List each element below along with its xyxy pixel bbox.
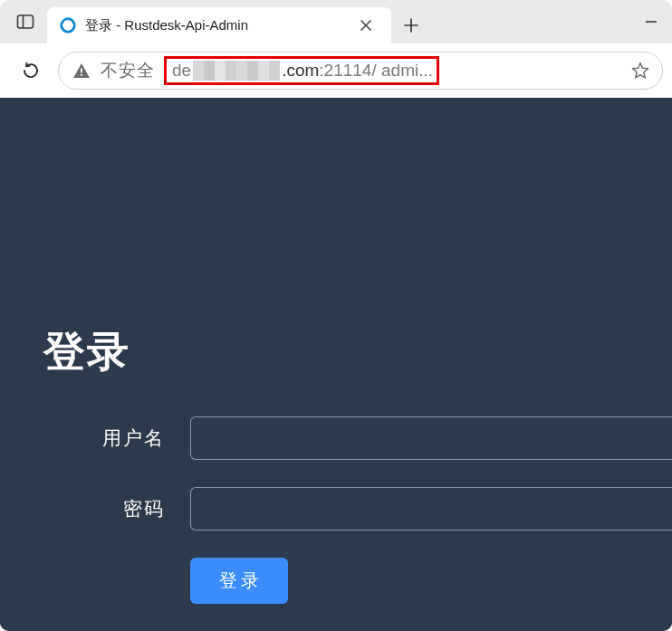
favorite-button[interactable]	[626, 56, 655, 85]
page-viewport: 登录 用户名 密码 登录	[0, 98, 672, 631]
url-host-suffix: .com	[282, 61, 319, 81]
new-tab-button[interactable]	[391, 7, 431, 43]
panels-icon	[16, 13, 34, 31]
rustdesk-favicon-icon	[60, 17, 76, 33]
url-redacted-region	[193, 61, 280, 81]
tab-title: 登录 - Rustdesk-Api-Admin	[85, 17, 348, 34]
url-display: de .com :21114 / admi...	[164, 56, 617, 85]
minimize-icon	[645, 15, 658, 28]
svg-rect-5	[81, 69, 82, 73]
browser-tab[interactable]: 登录 - Rustdesk-Api-Admin	[47, 7, 391, 43]
url-path: / admi...	[371, 61, 433, 81]
tab-close-button[interactable]	[353, 13, 379, 38]
svg-rect-6	[81, 74, 82, 76]
star-icon	[630, 61, 650, 81]
not-secure-icon	[72, 62, 91, 80]
login-panel: 登录 用户名 密码 登录	[0, 273, 672, 631]
svg-point-3	[60, 17, 76, 33]
address-bar[interactable]: 不安全 de .com :21114 / admi...	[58, 52, 663, 90]
password-row: 密码	[0, 487, 672, 531]
tab-strip: 登录 - Rustdesk-Api-Admin	[0, 0, 672, 43]
svg-rect-0	[18, 15, 34, 28]
close-icon	[360, 20, 371, 31]
reload-button[interactable]	[13, 53, 49, 89]
window-controls	[630, 0, 672, 43]
url-port: :21114	[319, 61, 371, 81]
login-button[interactable]: 登录	[190, 558, 288, 604]
reload-icon	[21, 61, 41, 81]
password-label: 密码	[0, 496, 190, 521]
password-input[interactable]	[190, 487, 672, 531]
not-secure-label: 不安全	[101, 59, 155, 82]
login-heading: 登录	[43, 324, 672, 380]
username-input[interactable]	[190, 416, 672, 460]
browser-toolbar: 不安全 de .com :21114 / admi...	[0, 43, 672, 98]
window-minimize-button[interactable]	[630, 0, 672, 43]
tab-actions-button[interactable]	[5, 0, 45, 43]
plus-icon	[404, 18, 418, 33]
url-prefix: de	[172, 61, 191, 81]
username-label: 用户名	[0, 425, 190, 451]
username-row: 用户名	[0, 416, 672, 460]
url-highlight-box: de .com :21114 / admi...	[164, 56, 439, 85]
